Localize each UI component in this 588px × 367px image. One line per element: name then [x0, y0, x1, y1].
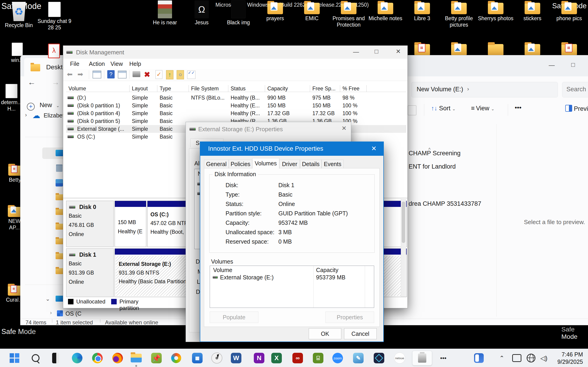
- disk0-partition-1[interactable]: 150 MB Healthy (E: [115, 201, 146, 247]
- desktop-icon-folder-img[interactable]: [513, 44, 552, 56]
- explorer-maximize-button[interactable]: □: [571, 62, 575, 68]
- word-button[interactable]: W: [230, 352, 242, 364]
- desktop-icon-michelle-notes[interactable]: Michelle notes: [366, 3, 405, 22]
- volume-row[interactable]: (Disk 0 partition 4) Simple Basic Health…: [66, 109, 406, 117]
- photo-app-button[interactable]: [373, 352, 385, 364]
- edge-button[interactable]: [71, 352, 83, 364]
- copilot-button[interactable]: [170, 352, 182, 364]
- desktop-icon-emic[interactable]: EMIC: [292, 3, 331, 22]
- start-button[interactable]: [9, 352, 20, 364]
- sidebar-item-os-c[interactable]: › OS (C: [42, 308, 85, 319]
- tab-general[interactable]: General: [204, 160, 229, 168]
- folder-up-icon[interactable]: ↑: [166, 70, 173, 79]
- tab-volumes[interactable]: Volumes: [252, 158, 279, 169]
- back-icon[interactable]: ⬅: [67, 70, 73, 78]
- desktop-icon-folder-blank[interactable]: [476, 44, 515, 56]
- new-button[interactable]: + New ⌄: [27, 102, 60, 110]
- preview-toggle-button[interactable]: Previ: [565, 105, 588, 112]
- column-header-filesystem[interactable]: File System: [189, 85, 228, 92]
- bible-app-button[interactable]: ⌻: [312, 352, 324, 364]
- firefox-button[interactable]: [112, 352, 124, 364]
- touch-keyboard-icon[interactable]: [511, 352, 523, 364]
- dm-minimize-button[interactable]: —: [353, 49, 359, 55]
- ok-button[interactable]: OK: [309, 328, 341, 339]
- column-header-layout[interactable]: Layout: [130, 85, 157, 92]
- desktop-icon-jesus[interactable]: Ω Jesus: [182, 0, 221, 26]
- forward-icon[interactable]: ➡: [78, 70, 83, 78]
- volumes-list[interactable]: Volume Capacity External Storage (E:) 95…: [210, 266, 374, 308]
- system-info-app-button[interactable]: ▦: [191, 352, 203, 364]
- search-button[interactable]: [30, 352, 42, 364]
- disk1-label-pane[interactable]: Disk 1 Basic 931.39 GB Online: [66, 248, 114, 297]
- tab-policies[interactable]: Policies: [229, 160, 252, 168]
- explorer-forward-button[interactable]: →: [52, 78, 60, 87]
- desktop-icon-sunday-chat[interactable]: Sunday chat 9 28 25: [35, 2, 74, 31]
- column-header-volume[interactable]: Volume: [66, 85, 130, 92]
- desktop-icon-folder-pdf[interactable]: ⌗: [550, 44, 588, 56]
- file-explorer-button[interactable]: [130, 352, 142, 364]
- dm-maximize-button[interactable]: □: [375, 48, 378, 54]
- editor-app-button[interactable]: ✎: [352, 352, 364, 364]
- innostor-close-button[interactable]: ✕: [371, 145, 376, 152]
- dm-scrollbar[interactable]: [401, 198, 406, 297]
- tab-events[interactable]: Events: [321, 160, 344, 168]
- tab-driver[interactable]: Driver: [279, 160, 300, 168]
- desktop-icon-betty-profile[interactable]: Betty profile pictures: [439, 3, 478, 28]
- dm-scrollbar-thumb[interactable]: [402, 202, 405, 243]
- menu-action[interactable]: Action: [89, 60, 105, 67]
- onenote-button[interactable]: N: [253, 352, 265, 364]
- desktop-icon-stickers[interactable]: stickers: [513, 3, 552, 22]
- tray-chevron-up-icon[interactable]: ⌃: [496, 352, 508, 364]
- excel-button[interactable]: X: [271, 352, 283, 364]
- desktop-icon-sherrys-photos[interactable]: Sherrys photos: [476, 3, 515, 22]
- disk-management-taskbar-button[interactable]: [412, 352, 432, 364]
- tab-details[interactable]: Details: [300, 160, 321, 168]
- netvue-button[interactable]: netvue: [394, 352, 406, 364]
- delete-volume-icon[interactable]: ✖: [144, 70, 150, 79]
- file-row[interactable]: drea CHAMP 3531433787: [409, 200, 481, 207]
- tray-clock[interactable]: 7:46 PM 9/29/2025: [553, 351, 583, 365]
- menu-file[interactable]: File: [70, 60, 79, 67]
- zoom-button[interactable]: zoom: [332, 352, 344, 364]
- disk0-label-pane[interactable]: Disk 0 Basic 476.81 GB Online: [66, 201, 114, 247]
- dm-close-button[interactable]: ✕: [396, 48, 401, 54]
- more-options-button[interactable]: •••: [515, 104, 521, 111]
- desktop-icon-phone-pics[interactable]: phone pics: [550, 3, 588, 22]
- column-header-free-space[interactable]: Free Sp...: [310, 85, 340, 92]
- volume-list-row[interactable]: External Storage (E:): [220, 274, 274, 281]
- file-row[interactable]: ENT for Landlord: [409, 163, 456, 170]
- volume-row[interactable]: (D:) Simple Basic NTFS (BitLo... Healthy…: [66, 94, 406, 102]
- sort-button[interactable]: ↑↓ Sort ⌄: [431, 105, 456, 112]
- acrobat-button[interactable]: ∞: [292, 352, 304, 364]
- chrome-button[interactable]: [91, 352, 103, 364]
- cancel-button[interactable]: Cancel: [344, 328, 377, 339]
- explorer-search-box[interactable]: Search New Vol: [562, 82, 588, 98]
- menu-help[interactable]: Help: [129, 60, 141, 67]
- explorer-minimize-button[interactable]: —: [549, 62, 555, 68]
- network-globe-icon[interactable]: [525, 352, 537, 364]
- phone-link-button[interactable]: [50, 352, 61, 364]
- column-header-pct-free[interactable]: % Free: [340, 85, 367, 92]
- file-row[interactable]: CHAMP Screening: [409, 150, 460, 157]
- view-button[interactable]: ≡ View ⌄: [471, 105, 494, 112]
- folder-search-icon[interactable]: ○: [177, 70, 184, 79]
- widgets-button[interactable]: [473, 352, 485, 364]
- desktop-icon-folder-pdf[interactable]: ⌗: [403, 44, 442, 56]
- desktop-icon-libre3[interactable]: Libre 3: [403, 3, 442, 22]
- desktop-icon-folder-img[interactable]: [439, 44, 478, 56]
- show-console-tree-icon[interactable]: [93, 71, 101, 78]
- desktop-icon-pdf-doc[interactable]: λ: [44, 44, 64, 58]
- column-header-status[interactable]: Status: [228, 85, 265, 92]
- explorer-delete-button[interactable]: [408, 105, 416, 115]
- taskbar-overflow-button[interactable]: •••: [437, 352, 449, 364]
- disc-busy-button[interactable]: [211, 352, 223, 364]
- desktop-icon-recycle-bin[interactable]: ♻ Recycle Bin: [0, 2, 38, 28]
- desktop-icon-prayers[interactable]: prayers: [256, 3, 295, 22]
- explorer-address-bar[interactable]: New Volume (E:) ›: [411, 82, 558, 98]
- column-header-capacity[interactable]: Capacity: [265, 85, 310, 92]
- desktop-icon-he-is-near[interactable]: He is near: [145, 0, 184, 26]
- volume-speaker-icon[interactable]: ◁): [538, 352, 550, 364]
- properties-list-icon[interactable]: ✓✓: [187, 71, 195, 79]
- desktop-icon-promises[interactable]: Promises and Protection: [329, 3, 368, 28]
- props-close-button[interactable]: ✕: [342, 125, 346, 131]
